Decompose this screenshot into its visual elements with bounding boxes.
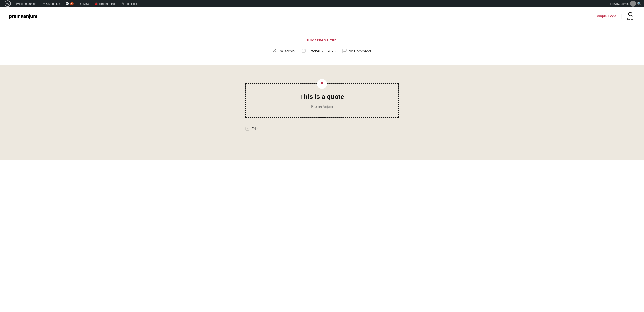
svg-line-5 (632, 15, 634, 17)
post-category[interactable]: UNCATEGORIZED (9, 39, 635, 42)
post-comments-item: No Comments (342, 48, 372, 54)
customize-link[interactable]: ✏ Customize (40, 0, 62, 7)
customize-icon: ✏ (42, 2, 45, 6)
wp-logo-button[interactable]: W (2, 0, 13, 7)
comment-svg (342, 48, 347, 53)
admin-bar-right: Howdy, admin 🔍 (610, 1, 642, 7)
calendar-icon (301, 48, 306, 54)
search-button[interactable]: Search (626, 11, 635, 21)
edit-svg (246, 127, 250, 131)
comments-link[interactable]: 💬 0 (63, 0, 76, 7)
svg-point-3 (17, 3, 19, 4)
author-prefix: By (279, 49, 283, 53)
report-bug-link[interactable]: 🐞 Report a Bug (92, 0, 118, 7)
quote-block: ” This is a quote Prema Anjum (246, 83, 398, 118)
svg-text:W: W (6, 2, 9, 6)
edit-row: Edit (246, 127, 398, 132)
post-author-item: By admin (272, 48, 294, 54)
quote-text: This is a quote (258, 93, 386, 101)
svg-point-6 (274, 49, 276, 51)
site-name-link[interactable]: premaanjum (14, 0, 40, 7)
comment-icon (342, 48, 347, 54)
sample-page-link[interactable]: Sample Page (595, 14, 616, 18)
person-icon (272, 48, 277, 53)
new-label: New (83, 2, 89, 6)
site-header: premaanjum Sample Page | Search (0, 7, 644, 25)
header-nav: Sample Page | Search (595, 11, 635, 21)
edit-post-icon: ✎ (122, 2, 124, 6)
svg-point-4 (629, 12, 632, 16)
edit-link[interactable]: Edit (251, 127, 258, 131)
search-adminbar-icon[interactable]: 🔍 (637, 2, 642, 6)
post-comments[interactable]: No Comments (348, 49, 372, 53)
admin-avatar[interactable] (630, 1, 636, 7)
nav-divider: | (621, 14, 622, 19)
quote-mark: ” (317, 79, 327, 89)
howdy-text: Howdy, admin (610, 2, 629, 6)
comments-icon: 💬 (66, 2, 69, 6)
site-icon (16, 2, 20, 6)
quote-cite: Prema Anjum (258, 105, 386, 109)
author-icon (272, 48, 277, 54)
comments-count: 0 (70, 2, 74, 5)
customize-label: Customize (46, 2, 60, 6)
post-date: October 20, 2023 (308, 49, 336, 53)
author-name[interactable]: admin (285, 49, 295, 53)
new-icon: ＋ (79, 2, 82, 6)
edit-post-link[interactable]: ✎ Edit Post (120, 0, 139, 7)
post-date-item: October 20, 2023 (301, 48, 336, 54)
calendar-svg (301, 48, 306, 53)
admin-bar: W premaanjum ✏ Customize 💬 0 ＋ New 🐞 Rep… (0, 0, 644, 7)
site-title[interactable]: premaanjum (9, 13, 37, 19)
adminbar-site-name: premaanjum (21, 2, 37, 6)
admin-bar-left: W premaanjum ✏ Customize 💬 0 ＋ New 🐞 Rep… (2, 0, 610, 7)
post-info-row: By admin October 20, 2023 No Comments (9, 48, 635, 54)
content-area: ” This is a quote Prema Anjum Edit (0, 65, 644, 160)
edit-post-label: Edit Post (125, 2, 137, 6)
search-label: Search (626, 18, 635, 21)
post-meta-area: UNCATEGORIZED By admin October 20, (0, 25, 644, 65)
new-link[interactable]: ＋ New (77, 0, 91, 7)
bug-icon: 🐞 (94, 2, 98, 6)
edit-pencil-icon (246, 127, 250, 132)
search-icon (628, 11, 634, 18)
wp-logo-icon: W (4, 1, 11, 7)
svg-rect-7 (302, 49, 305, 52)
report-bug-label: Report a Bug (99, 2, 116, 6)
